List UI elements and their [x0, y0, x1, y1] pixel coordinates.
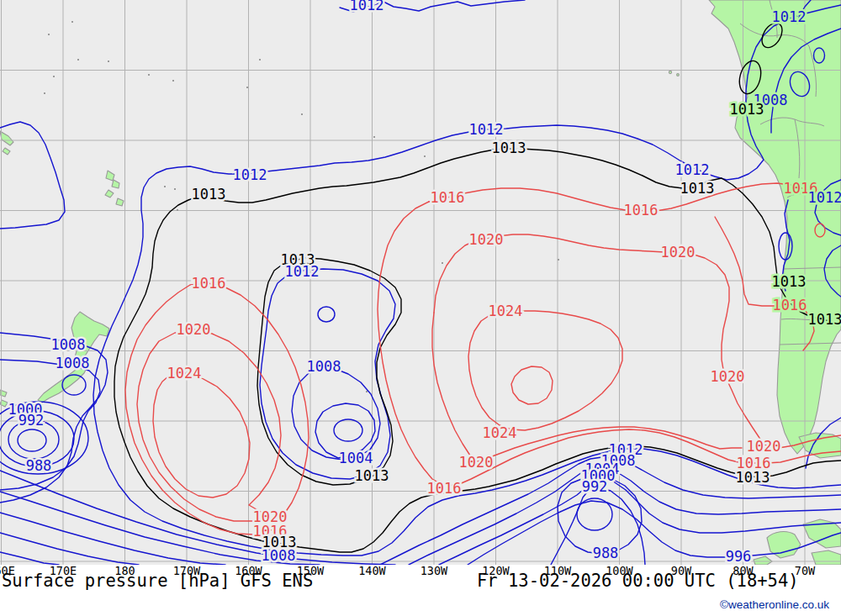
- contour-label: 1013: [492, 140, 526, 156]
- contour-label: 1012: [808, 189, 841, 206]
- contour-label: 1004: [339, 450, 373, 466]
- contour-label: 1016: [431, 189, 465, 206]
- contour-label: 1008: [262, 547, 296, 564]
- contour-label: 1013: [355, 467, 389, 484]
- contour-label: 1024: [167, 365, 202, 382]
- copyright-link[interactable]: ©weatheronline.co.uk: [720, 598, 829, 611]
- contour-label: 1020: [661, 244, 696, 261]
- contour-label: 1020: [711, 368, 745, 385]
- contour-label: 1012: [350, 0, 384, 13]
- contour-label: 1024: [489, 303, 523, 319]
- contour-label: 992: [582, 478, 608, 495]
- contour-label: 1020: [747, 438, 781, 455]
- contour-label: 1012: [469, 121, 504, 138]
- contour-label: 996: [726, 548, 752, 565]
- contour-label: 1013: [808, 311, 841, 328]
- contour-label: 1016: [192, 275, 226, 292]
- surface-pressure-map: 1012101210121012101310131013101610161016…: [0, 0, 841, 616]
- map-ocean-background: [0, 0, 841, 565]
- contour-label: 1016: [427, 480, 462, 497]
- contour-label: 1013: [736, 469, 770, 486]
- axis-label-140W: 140W: [358, 564, 386, 577]
- axis-label-130W: 130W: [420, 564, 448, 577]
- contour-label: 992: [19, 412, 45, 429]
- contour-label: 988: [593, 545, 619, 561]
- contour-label: 988: [26, 457, 52, 474]
- contour-label: 1012: [772, 8, 807, 25]
- land-galapagos: [669, 71, 671, 73]
- contour-label: 1012: [233, 166, 267, 183]
- map-title: Surface pressure [hPa] GFS ENS: [2, 571, 313, 591]
- contour-label: 1013: [730, 101, 764, 118]
- contour-label: 1013: [772, 273, 807, 290]
- contour-label: 1013: [192, 186, 226, 203]
- land-galapagos: [677, 74, 680, 76]
- contour-label: 1012: [675, 161, 710, 178]
- contour-label: 1013: [680, 180, 715, 197]
- contour-label: 1024: [483, 424, 517, 441]
- contour-label: 1016: [773, 297, 807, 313]
- contour-label: 1020: [459, 454, 494, 471]
- contour-label: 1008: [51, 336, 86, 353]
- contour-label: 1008: [307, 358, 341, 375]
- contour-label: 1016: [624, 202, 659, 218]
- contour-label: 1012: [285, 263, 320, 280]
- contour-label: 1008: [56, 355, 90, 371]
- map-datetime: Fr 13-02-2026 00:00 UTC (18+54): [477, 571, 799, 591]
- weather-map-page: 1012101210121012101310131013101610161016…: [0, 0, 841, 616]
- contour-label: 1020: [469, 231, 504, 248]
- contour-label: 1020: [177, 321, 211, 338]
